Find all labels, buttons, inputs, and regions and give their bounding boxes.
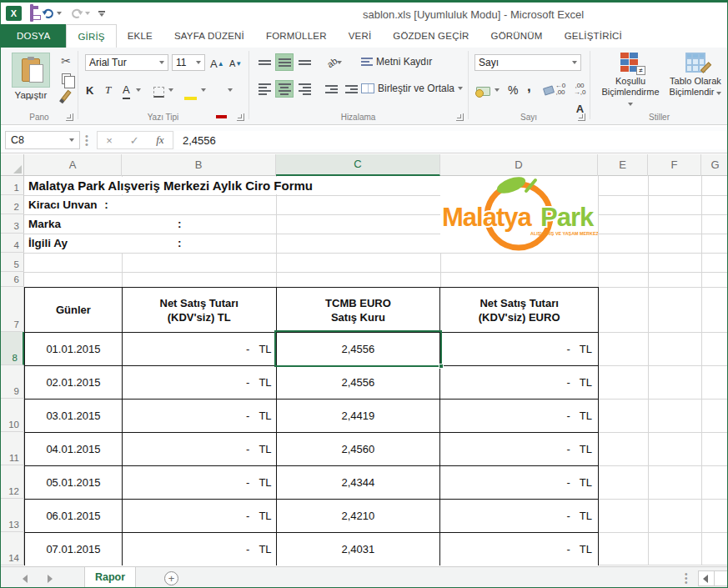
cell-net-tl[interactable]: -TL [123,466,277,500]
cell-net-tl[interactable]: -TL [123,433,277,466]
row-header-14[interactable]: 14 [1,532,24,565]
cell-rate[interactable]: 2,4344 [277,466,441,500]
cell-net-eur[interactable]: -TL [440,400,599,433]
cell-date[interactable]: 07.01.2015 [25,533,123,565]
cell-rate[interactable]: 2,4556 [277,366,441,400]
next-sheet-button[interactable] [48,575,53,583]
col-header-f[interactable]: F [648,154,701,176]
horizontal-scrollbar[interactable] [698,570,728,586]
row-header-9[interactable]: 9 [1,365,24,399]
scrollbar-thumb[interactable] [714,571,728,585]
comma-style-button[interactable]: , [527,78,531,96]
row-header-6[interactable]: 6 [1,272,24,287]
prev-sheet-button[interactable] [23,575,28,583]
sheet-title-cell[interactable]: Malatya Park Alışveriş Merkezi Aylık Cir… [24,177,439,194]
accounting-caret-icon[interactable] [495,88,500,92]
underline-caret-icon[interactable] [136,88,141,92]
cell-date[interactable]: 06.01.2015 [25,500,123,533]
col-header-a[interactable]: A [24,154,122,176]
fill-handle[interactable] [439,364,444,369]
merge-center-button[interactable]: Birleştir ve Ortala [361,83,463,94]
alignment-dialog-launcher-icon[interactable] [456,113,464,121]
number-format-combo[interactable]: Sayı [474,54,581,71]
wrap-text-button[interactable]: Metni Kaydır [361,56,432,68]
tab-dosya[interactable]: DOSYA [1,24,66,48]
row-header-5[interactable]: 5 [1,253,24,272]
sheet-tab-rapor[interactable]: Rapor [84,567,136,588]
tab-ekle[interactable]: EKLE [117,24,163,48]
enter-button[interactable]: ✓ [130,134,139,147]
new-sheet-button[interactable]: + [164,571,178,585]
excel-app-icon[interactable]: X [6,6,22,21]
insert-function-button[interactable]: fx [156,133,163,147]
redo-button[interactable] [70,8,90,19]
align-middle-button[interactable] [275,53,294,71]
tab-giris[interactable]: GİRİŞ [66,24,116,48]
align-bottom-button[interactable] [295,53,314,71]
percent-style-button[interactable]: % [508,81,518,99]
format-as-table-button[interactable]: Tablo Olarak Biçimlendir [663,53,728,98]
font-name-combo[interactable]: Arial Tur [85,54,168,71]
header-tcmb-euro[interactable]: TCMB EUROSatış Kuru [277,288,441,333]
tab-sayfa-duzeni[interactable]: SAYFA DÜZENİ [163,24,255,48]
row-header-4[interactable]: 4 [1,234,24,253]
cell-net-tl[interactable]: -TL [123,400,277,433]
tab-veri[interactable]: VERİ [338,24,383,48]
orientation-button[interactable]: ab [322,53,347,71]
align-top-button[interactable] [255,53,274,71]
selected-cell-outline[interactable] [274,330,442,367]
decrease-decimal-button[interactable]: ,00 →,0 [570,83,589,96]
font-size-combo[interactable]: 11 [172,54,205,71]
borders-button[interactable] [153,83,164,101]
row-header-8[interactable]: 8 [1,332,24,365]
number-dialog-launcher-icon[interactable] [578,113,585,121]
decrease-indent-button[interactable] [322,80,340,98]
tab-gozden-gecir[interactable]: GÖZDEN GEÇİR [382,24,479,48]
increase-indent-button[interactable] [342,80,360,98]
col-header-b[interactable]: B [122,154,276,176]
cut-icon[interactable]: ✂ [61,54,71,68]
fill-color-caret-icon[interactable] [201,88,206,92]
row-header-2[interactable]: 2 [1,195,24,214]
grow-font-button[interactable]: A▲ [210,54,224,73]
tab-formuller[interactable]: FORMÜLLER [255,24,338,48]
field-label-kiraci-unvan[interactable]: Kiracı Unvan : [24,196,274,214]
conditional-formatting-button[interactable]: ≠ Koşullu Biçimlendirme [598,53,663,108]
pano-dialog-launcher-icon[interactable] [66,113,73,121]
sheet-grid[interactable]: Malatya Park Alışveriş Merkezi Aylık Cir… [24,176,728,565]
field-label-marka[interactable]: Marka : [24,215,274,234]
tab-gorunum[interactable]: GÖRÜNÜM [480,24,554,48]
cell-net-eur[interactable]: -TL [440,533,599,565]
col-header-c[interactable]: C [276,154,440,176]
row-header-3[interactable]: 3 [1,214,24,234]
cell-date[interactable]: 05.01.2015 [25,466,123,500]
align-center-button[interactable] [275,80,294,98]
shrink-font-button[interactable]: A▼ [229,54,242,73]
align-right-button[interactable] [295,80,314,98]
cell-net-tl[interactable]: -TL [123,333,277,366]
formula-input[interactable]: 2,4556 [175,131,728,149]
row-header-7[interactable]: 7 [1,287,24,332]
undo-button[interactable] [42,8,62,19]
cell-net-eur[interactable]: -TL [440,500,599,533]
tab-gelistirici[interactable]: GELİŞTİRİCİ [554,24,633,48]
col-header-d[interactable]: D [440,154,598,176]
format-painter-icon[interactable] [61,90,71,101]
bold-button[interactable]: K [86,81,93,99]
row-header-12[interactable]: 12 [1,465,24,499]
cell-rate[interactable]: 2,4560 [277,433,441,466]
cell-net-tl[interactable]: -TL [123,366,277,400]
font-color-caret-icon[interactable] [228,88,233,92]
scroll-left-icon[interactable] [703,575,708,583]
align-left-button[interactable] [255,80,274,98]
redo-caret-icon[interactable] [85,12,90,15]
col-header-g[interactable]: G [701,154,728,176]
cell-net-eur[interactable]: -TL [440,466,599,500]
italic-button[interactable]: T [105,81,111,99]
save-button[interactable] [30,6,33,21]
row-header-10[interactable]: 10 [1,399,24,432]
borders-caret-icon[interactable] [168,88,173,92]
undo-caret-icon[interactable] [57,12,62,15]
name-box[interactable]: C8 [5,131,80,149]
cell-net-tl[interactable]: -TL [123,533,277,565]
